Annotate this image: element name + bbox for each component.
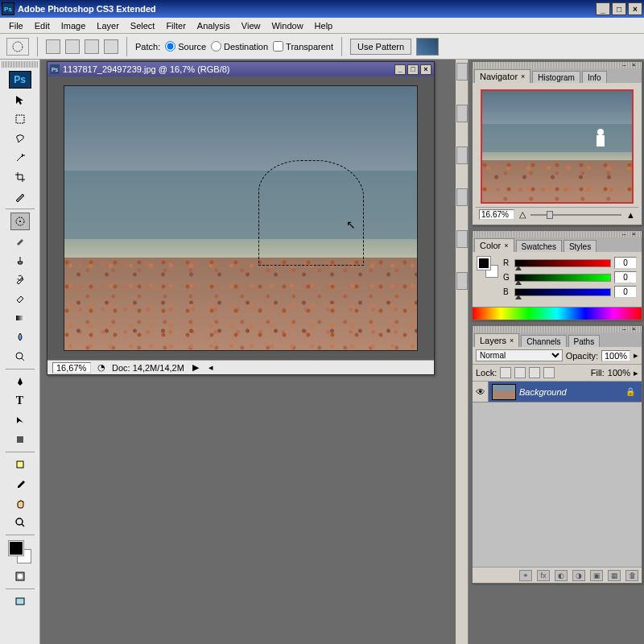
menu-image[interactable]: Image (56, 19, 92, 32)
dock-tool-presets-icon[interactable] (456, 147, 468, 164)
dock-brushes-icon[interactable] (456, 188, 468, 206)
layer-name[interactable]: Background (519, 387, 625, 397)
zoom-field[interactable]: 16,67% (52, 362, 91, 374)
r-slider[interactable] (514, 259, 611, 267)
menu-layer[interactable]: Layer (91, 19, 125, 32)
notes-tool[interactable] (10, 456, 30, 473)
panel-minimize-icon[interactable]: – (622, 61, 630, 68)
active-tool-icon[interactable] (6, 38, 29, 56)
gradient-tool[interactable] (10, 309, 30, 327)
new-layer-icon[interactable]: ▦ (608, 570, 621, 581)
color-spectrum[interactable] (473, 307, 642, 320)
quick-mask-tool[interactable] (10, 568, 30, 585)
panel-close-icon[interactable]: × (632, 230, 640, 237)
pattern-swatch[interactable] (416, 38, 439, 56)
tab-info[interactable]: Info (582, 71, 607, 83)
color-panel-swatches[interactable] (477, 257, 498, 278)
navigator-grip[interactable]: –× (473, 62, 642, 68)
layer-row-background[interactable]: 👁 Background 🔒 (473, 382, 642, 402)
foreground-color-swatch[interactable] (9, 541, 23, 555)
g-value[interactable]: 0 (614, 271, 637, 283)
doc-close-button[interactable]: × (420, 64, 431, 75)
brush-tool[interactable] (10, 232, 30, 250)
opacity-field[interactable]: 100% (601, 350, 630, 361)
transparent-checkbox[interactable]: Transparent (273, 41, 333, 52)
tab-histogram[interactable]: Histogram (532, 71, 580, 83)
marquee-selection[interactable] (258, 160, 364, 266)
maximize-button[interactable]: □ (612, 2, 626, 15)
dock-layer-comps-icon[interactable] (456, 272, 468, 290)
menu-edit[interactable]: Edit (29, 19, 56, 32)
delete-layer-icon[interactable]: 🗑 (625, 570, 638, 581)
panel-minimize-icon[interactable]: – (622, 325, 630, 332)
doc-maximize-button[interactable]: □ (407, 64, 419, 75)
document-titlebar[interactable]: Ps 1137817_29497239.jpg @ 16,7% (RGB/8) … (47, 62, 434, 76)
tab-close-icon[interactable]: × (510, 336, 514, 345)
minimize-button[interactable]: _ (596, 2, 610, 15)
b-slider[interactable] (514, 288, 611, 296)
tab-styles[interactable]: Styles (564, 240, 597, 252)
history-brush-tool[interactable] (10, 270, 30, 288)
dodge-tool[interactable] (10, 348, 30, 365)
tab-layers[interactable]: Layers× (474, 333, 519, 347)
scroll-left-icon[interactable]: ◂ (207, 362, 215, 373)
navigator-zoom-slider[interactable] (530, 214, 621, 216)
new-selection-icon[interactable] (46, 39, 60, 54)
menu-analysis[interactable]: Analysis (192, 19, 236, 32)
menu-window[interactable]: Window (266, 19, 308, 32)
lock-all-icon[interactable] (543, 367, 555, 378)
menu-file[interactable]: File (3, 19, 29, 32)
magic-wand-tool[interactable] (10, 149, 30, 167)
menu-help[interactable]: Help (309, 19, 339, 32)
screen-mode-tool[interactable] (10, 592, 30, 610)
tab-close-icon[interactable]: × (521, 72, 525, 80)
adjustment-layer-icon[interactable]: ◑ (572, 570, 585, 581)
eyedropper-tool[interactable] (10, 475, 30, 493)
group-icon[interactable]: ▣ (590, 570, 603, 581)
zoom-in-icon[interactable]: ▲ (626, 210, 635, 220)
marquee-tool[interactable] (10, 110, 30, 128)
blend-mode-select[interactable]: Normal (476, 349, 563, 361)
intersect-selection-icon[interactable] (104, 39, 118, 54)
layer-mask-icon[interactable]: ◐ (555, 570, 568, 581)
destination-radio[interactable]: Destination (211, 41, 268, 52)
opacity-arrow-icon[interactable]: ▸ (634, 350, 638, 361)
status-menu-arrow-icon[interactable]: ▶ (191, 362, 200, 373)
dock-character-icon[interactable] (456, 230, 468, 248)
menu-view[interactable]: View (236, 19, 266, 32)
color-grip[interactable]: –× (473, 231, 642, 237)
visibility-eye-icon[interactable]: 👁 (473, 382, 489, 402)
panel-close-icon[interactable]: × (632, 61, 640, 68)
layers-grip[interactable]: –× (473, 326, 642, 332)
dock-expand-icon[interactable] (456, 63, 468, 80)
lasso-tool[interactable] (10, 130, 30, 147)
history-icon[interactable]: ◔ (97, 362, 105, 373)
tab-color[interactable]: Color× (474, 238, 514, 252)
type-tool[interactable]: T (10, 392, 30, 410)
toolbox-grip[interactable] (2, 61, 38, 68)
g-slider[interactable] (514, 274, 611, 282)
crop-tool[interactable] (10, 168, 30, 186)
hand-tool[interactable] (10, 494, 30, 512)
slice-tool[interactable] (10, 188, 30, 205)
layer-style-icon[interactable]: fx (537, 570, 550, 581)
dock-arrange-icon[interactable] (456, 105, 468, 122)
subtract-selection-icon[interactable] (85, 39, 99, 54)
close-button[interactable]: × (628, 2, 642, 15)
lock-pixels-icon[interactable] (514, 367, 526, 378)
menu-filter[interactable]: Filter (160, 19, 191, 32)
panel-close-icon[interactable]: × (632, 325, 640, 332)
tab-channels[interactable]: Channels (521, 335, 566, 347)
use-pattern-button[interactable]: Use Pattern (350, 39, 411, 55)
navigator-zoom-field[interactable]: 16.67% (479, 209, 514, 220)
lock-position-icon[interactable] (529, 367, 540, 378)
r-value[interactable]: 0 (614, 257, 637, 269)
color-swatches[interactable] (9, 541, 31, 564)
shape-tool[interactable] (10, 431, 30, 448)
zoom-tool[interactable] (10, 514, 30, 531)
link-layers-icon[interactable]: ⚭ (519, 570, 532, 581)
fill-arrow-icon[interactable]: ▸ (634, 368, 638, 378)
zoom-out-icon[interactable]: △ (519, 209, 526, 220)
tab-navigator[interactable]: Navigator× (474, 69, 530, 83)
blur-tool[interactable] (10, 328, 30, 346)
